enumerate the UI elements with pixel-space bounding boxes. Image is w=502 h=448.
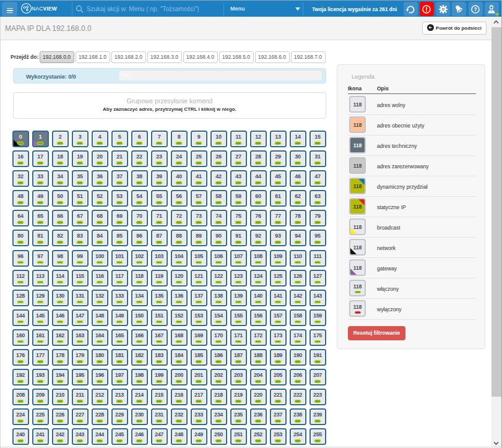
svg-text:?: ? — [474, 6, 477, 12]
